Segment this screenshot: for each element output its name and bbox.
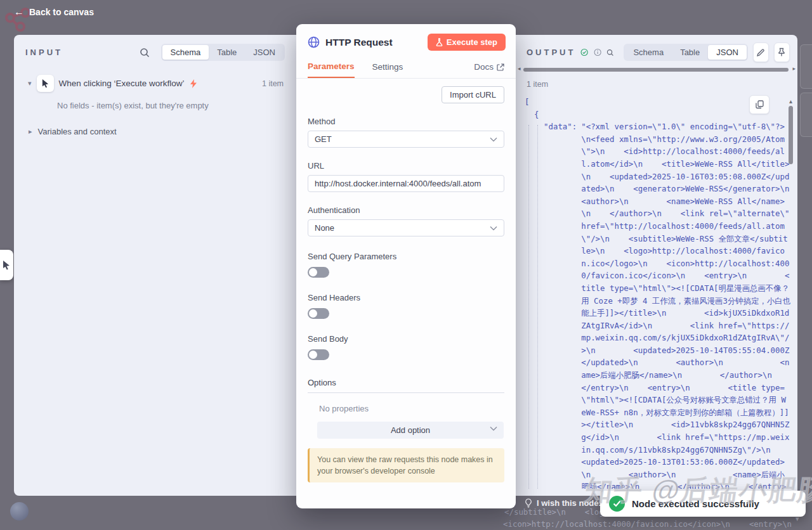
send-headers-label: Send Headers bbox=[308, 293, 504, 302]
send-query-label: Send Query Parameters bbox=[308, 252, 504, 261]
method-value: GET bbox=[315, 134, 332, 144]
scroll-right-icon[interactable]: ▸ bbox=[792, 65, 796, 72]
url-input[interactable] bbox=[308, 175, 504, 192]
scroll-up-icon[interactable]: ▴ bbox=[789, 98, 792, 105]
json-key: "data": bbox=[544, 120, 577, 489]
search-icon[interactable] bbox=[140, 48, 150, 58]
canvas-side-control-ghost bbox=[800, 44, 812, 89]
tab-parameters[interactable]: Parameters bbox=[308, 61, 355, 78]
output-item-count: 1 item bbox=[527, 80, 797, 89]
indent-guide bbox=[537, 125, 538, 489]
docs-label: Docs bbox=[474, 62, 494, 72]
add-option-button[interactable]: Add option bbox=[317, 422, 504, 439]
canvas-side-control-ghost bbox=[800, 93, 812, 137]
send-body-label: Send Body bbox=[308, 334, 504, 344]
pin-icon bbox=[777, 48, 786, 57]
back-arrow-icon: ← bbox=[14, 7, 24, 17]
faded-json-line: <icon>http://localhost:4000/favicon.ico<… bbox=[503, 519, 812, 529]
output-tab-schema[interactable]: Schema bbox=[625, 45, 672, 60]
input-tab-table[interactable]: Table bbox=[209, 45, 245, 60]
info-icon[interactable] bbox=[594, 47, 601, 58]
trigger-node-icon-box bbox=[37, 75, 54, 92]
search-icon[interactable] bbox=[606, 48, 614, 58]
json-value: "<?xml version=\"1.0\" encoding=\"utf-8\… bbox=[581, 120, 790, 489]
tab-settings[interactable]: Settings bbox=[372, 62, 403, 77]
chevron-right-icon: ▸ bbox=[29, 127, 32, 136]
external-link-icon bbox=[497, 63, 504, 71]
docs-link[interactable]: Docs bbox=[474, 62, 504, 77]
chevron-down-icon bbox=[490, 137, 497, 142]
add-option-label: Add option bbox=[391, 425, 430, 435]
variables-label: Variables and context bbox=[38, 127, 117, 136]
input-tab-json[interactable]: JSON bbox=[245, 45, 284, 60]
variables-and-context-row[interactable]: ▸ Variables and context bbox=[29, 127, 284, 136]
output-tab-json[interactable]: JSON bbox=[708, 45, 747, 60]
input-item-count: 1 item bbox=[262, 79, 284, 88]
authentication-label: Authentication bbox=[308, 205, 504, 215]
method-select[interactable]: GET bbox=[308, 131, 504, 148]
input-trigger-row[interactable]: ▾ When clicking ‘Execute workflow’ 1 ite… bbox=[28, 75, 284, 92]
lightning-bolt-icon bbox=[190, 79, 197, 88]
execute-step-label: Execute step bbox=[447, 37, 497, 47]
edit-output-button[interactable] bbox=[753, 42, 769, 62]
output-view-tabs: Schema Table JSON bbox=[624, 44, 747, 61]
output-tab-table[interactable]: Table bbox=[672, 45, 708, 60]
input-node-edge-tab[interactable] bbox=[0, 250, 13, 280]
back-to-canvas-label: Back to canvas bbox=[29, 7, 94, 17]
flask-icon bbox=[436, 38, 443, 46]
user-avatar[interactable] bbox=[10, 502, 29, 520]
input-panel-title: INPUT bbox=[25, 48, 63, 57]
json-data-row: "data": "<?xml version=\"1.0\" encoding=… bbox=[525, 120, 797, 489]
output-json-view[interactable]: [ { "data": "<?xml version=\"1.0\" encod… bbox=[525, 96, 797, 489]
copy-output-button[interactable] bbox=[749, 95, 769, 114]
input-empty-message: No fields - item(s) exist, but they're e… bbox=[57, 101, 284, 110]
authentication-select[interactable]: None bbox=[308, 219, 504, 236]
options-empty-text: No properties bbox=[319, 404, 504, 413]
method-label: Method bbox=[308, 117, 504, 126]
output-horizontal-scrollbar[interactable]: ◂ ▸ bbox=[520, 68, 794, 72]
back-to-canvas-button[interactable]: ← Back to canvas bbox=[14, 7, 94, 17]
indent-guide bbox=[528, 125, 529, 489]
chevron-down-icon bbox=[490, 226, 497, 231]
chevron-down-icon[interactable]: ▾ bbox=[28, 79, 32, 87]
send-body-toggle[interactable] bbox=[308, 349, 329, 360]
input-view-tabs: Schema Table JSON bbox=[161, 44, 285, 61]
pin-output-button[interactable] bbox=[774, 42, 790, 62]
globe-icon bbox=[308, 36, 320, 48]
lightbulb-icon bbox=[525, 498, 532, 508]
node-title: HTTP Request bbox=[325, 37, 422, 48]
send-headers-toggle[interactable] bbox=[308, 308, 329, 319]
input-panel: INPUT Schema Table JSON ▾ When clicking … bbox=[14, 35, 296, 496]
copy-icon bbox=[756, 100, 764, 109]
options-section-label: Options bbox=[308, 378, 504, 393]
cursor-icon bbox=[41, 79, 49, 88]
raw-requests-notice: You can view the raw requests this node … bbox=[308, 448, 504, 482]
input-tab-schema[interactable]: Schema bbox=[162, 45, 209, 60]
scroll-left-icon[interactable]: ◂ bbox=[518, 65, 521, 72]
output-vertical-scrollbar[interactable] bbox=[789, 106, 793, 164]
output-panel-title: OUTPUT bbox=[527, 48, 575, 57]
send-query-toggle[interactable] bbox=[308, 267, 329, 278]
import-curl-button[interactable]: Import cURL bbox=[442, 86, 504, 103]
pencil-icon bbox=[756, 48, 765, 57]
n8n-node-details-view: { "header": { "back_label": "Back to can… bbox=[0, 0, 812, 530]
http-request-node-modal: HTTP Request Execute step Parameters Set… bbox=[296, 24, 516, 508]
zhihu-watermark: 知乎 @后端小肥肠 bbox=[582, 472, 812, 509]
chevron-down-icon bbox=[490, 426, 497, 431]
url-label: URL bbox=[308, 161, 504, 171]
authentication-value: None bbox=[315, 223, 334, 233]
cursor-icon bbox=[2, 260, 11, 270]
output-panel: OUTPUT Schema Table JSON bbox=[516, 35, 797, 496]
success-check-icon bbox=[580, 47, 588, 58]
trigger-node-label: When clicking ‘Execute workflow’ bbox=[59, 79, 185, 88]
execute-step-button[interactable]: Execute step bbox=[428, 34, 506, 51]
